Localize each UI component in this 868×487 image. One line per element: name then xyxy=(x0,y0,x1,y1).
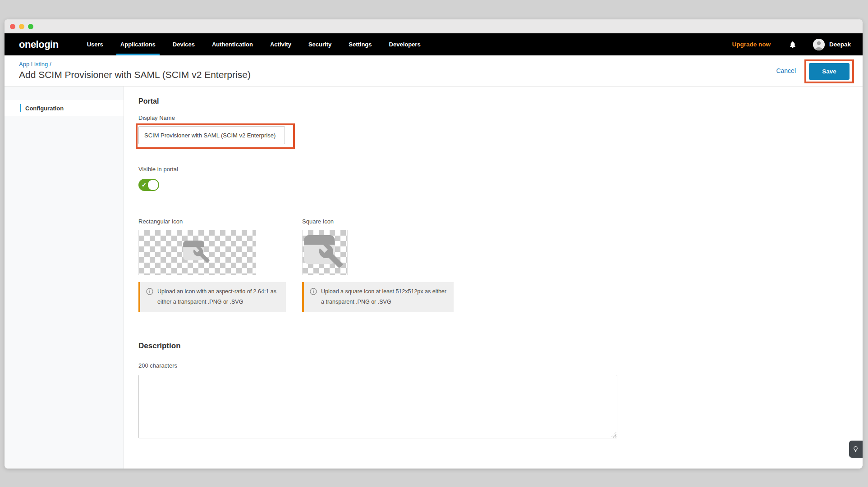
nav-items: Users Applications Devices Authenticatio… xyxy=(78,33,429,55)
nav-item-activity[interactable]: Activity xyxy=(262,33,300,55)
nav-item-authentication[interactable]: Authentication xyxy=(203,33,262,55)
sidebar-item-configuration[interactable]: Configuration xyxy=(5,100,124,116)
visible-in-portal-toggle[interactable]: ✓ xyxy=(138,179,159,191)
nav-item-settings[interactable]: Settings xyxy=(340,33,380,55)
zoom-window-button[interactable] xyxy=(28,24,33,29)
sidebar-item-label: Configuration xyxy=(25,105,64,112)
description-textarea[interactable] xyxy=(138,375,617,438)
rectangular-icon-preview[interactable] xyxy=(138,230,256,275)
app-window: onelogin Users Applications Devices Auth… xyxy=(5,19,863,469)
description-heading: Description xyxy=(138,341,181,350)
page-header: App Listing / Add SCIM Provisioner with … xyxy=(5,55,863,86)
window-wrench-icon xyxy=(304,235,346,270)
check-icon: ✓ xyxy=(142,182,147,188)
nav-item-applications[interactable]: Applications xyxy=(112,33,164,55)
active-marker xyxy=(20,104,21,112)
portal-heading: Portal xyxy=(138,97,159,105)
user-name[interactable]: Deepak xyxy=(829,41,851,48)
close-window-button[interactable] xyxy=(10,24,15,29)
hint-text: Upload a square icon at least 512x512px … xyxy=(321,288,446,305)
toggle-knob xyxy=(148,180,158,190)
hint-text: Upload an icon with an aspect-ratio of 2… xyxy=(157,288,276,305)
page-title: Add SCIM Provisioner with SAML (SCIM v2 … xyxy=(19,69,251,80)
character-count-label: 200 characters xyxy=(138,362,177,369)
minimize-window-button[interactable] xyxy=(19,24,24,29)
bell-icon[interactable] xyxy=(789,41,797,49)
save-button[interactable]: Save xyxy=(809,63,850,80)
upgrade-now-link[interactable]: Upgrade now xyxy=(732,41,771,48)
sidebar: Configuration xyxy=(5,86,124,469)
square-icon-hint: Upload a square icon at least 512x512px … xyxy=(302,282,454,312)
cancel-button[interactable]: Cancel xyxy=(776,67,796,74)
avatar[interactable] xyxy=(813,39,825,50)
square-icon-preview[interactable] xyxy=(302,230,348,275)
rectangular-icon-hint: Upload an icon with an aspect-ratio of 2… xyxy=(138,282,286,312)
info-icon xyxy=(146,288,153,295)
display-name-label: Display Name xyxy=(138,114,175,121)
onelogin-logo[interactable]: onelogin xyxy=(19,33,59,55)
square-icon-label: Square Icon xyxy=(302,218,334,225)
help-lightbulb-button[interactable] xyxy=(849,441,863,458)
display-name-input[interactable] xyxy=(138,126,285,144)
nav-item-developers[interactable]: Developers xyxy=(381,33,429,55)
main-content: Portal Display Name Visible in portal ✓ … xyxy=(124,86,863,469)
breadcrumb[interactable]: App Listing / xyxy=(19,61,51,68)
nav-item-security[interactable]: Security xyxy=(300,33,340,55)
lightbulb-icon xyxy=(852,445,859,454)
window-titlebar xyxy=(5,19,863,33)
info-icon xyxy=(310,288,317,295)
top-nav: onelogin Users Applications Devices Auth… xyxy=(5,33,863,55)
nav-right: Upgrade now Deepak xyxy=(732,33,863,55)
rectangular-icon-label: Rectangular Icon xyxy=(138,218,183,225)
visible-in-portal-label: Visible in portal xyxy=(138,166,178,173)
page-body: Configuration Portal Display Name Visibl… xyxy=(5,86,863,469)
nav-item-users[interactable]: Users xyxy=(78,33,112,55)
nav-item-devices[interactable]: Devices xyxy=(164,33,203,55)
window-wrench-icon xyxy=(183,241,212,264)
